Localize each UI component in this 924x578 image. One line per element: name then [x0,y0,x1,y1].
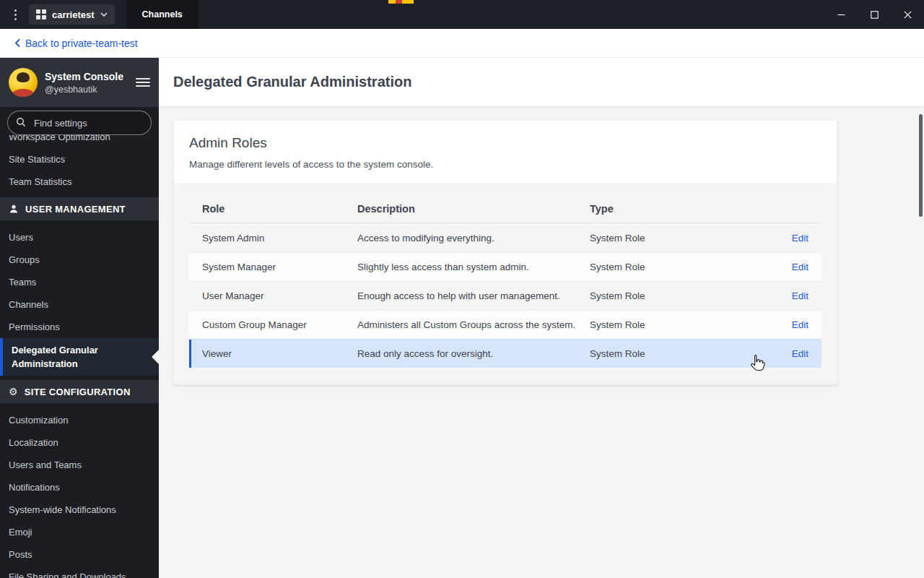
sidebar-item-permissions[interactable]: Permissions [0,316,159,338]
card-subtitle: Manage different levels of access to the… [189,159,821,170]
sidebar-item-groups[interactable]: Groups [0,249,159,271]
role-cell: Custom Group Manager [202,319,357,330]
type-cell: System Role [590,233,771,243]
role-cell: System Admin [202,233,357,243]
role-cell: System Manager [202,262,357,272]
content-area: Admin Roles Manage different levels of a… [159,107,924,578]
user-management-icon [9,204,19,214]
back-link[interactable]: Back to private-team-test [14,38,138,49]
table-row-system-manager: System Manager Slightly less access than… [189,252,821,281]
sidebar-item-users-and-teams[interactable]: Users and Teams [0,454,159,476]
sidebar-section-label: USER MANAGEMENT [25,204,126,215]
description-cell: Enough access to help with user manageme… [357,290,590,301]
column-header-type: Type [590,203,771,215]
table-row-user-manager: User Manager Enough access to help with … [189,281,821,310]
search-icon [16,117,26,127]
table-row-custom-group-manager: Custom Group Manager Administers all Cus… [189,310,821,339]
table-row-system-admin: System Admin Access to modifying everyth… [189,223,821,252]
type-cell: System Role [590,319,771,330]
description-cell: Administers all Custom Groups across the… [357,319,590,330]
close-button[interactable] [891,0,924,29]
sidebar-item-channels[interactable]: Channels [0,293,159,316]
minimize-icon [837,11,845,19]
sidebar-menu: Workspace Optimization Site Statistics T… [0,135,159,578]
sidebar-section-label: SITE CONFIGURATION [25,387,131,397]
sidebar-header: System Console @yesbhautik [0,58,159,107]
admin-roles-card: Admin Roles Manage different levels of a… [173,120,837,385]
edit-link[interactable]: Edit [771,233,808,243]
back-link-label: Back to private-team-test [25,38,138,49]
titlebar-accent-decoration [388,0,414,4]
tab-channels-label: Channels [142,9,183,20]
description-cell: Read only access for oversight. [357,348,590,359]
column-header-role: Role [202,203,357,215]
description-cell: Access to modifying everything. [357,233,590,243]
sidebar-title: System Console [45,71,128,82]
sidebar-item-workspace-optimization[interactable]: Workspace Optimization [0,135,159,148]
card-title: Admin Roles [189,135,821,151]
sidebar-search [0,107,159,135]
sidebar-section-user-management: USER MANAGEMENT [0,197,159,220]
tab-channels[interactable]: Channels [126,0,199,29]
app-body: System Console @yesbhautik Workspace Opt… [0,58,924,578]
edit-link[interactable]: Edit [771,290,808,301]
page-header: Delegated Granular Administration [159,58,924,107]
minimize-button[interactable] [824,0,858,29]
maximize-icon [871,11,879,19]
edit-link[interactable]: Edit [771,319,808,330]
hamburger-menu-icon[interactable] [136,78,150,87]
avatar [9,68,38,97]
sidebar-item-delegated-granular-administration[interactable]: Delegated Granular Administration [0,338,159,376]
sidebar-item-system-wide-notifications[interactable]: System-wide Notifications [0,499,159,521]
back-bar: Back to private-team-test [0,29,924,58]
maximize-button[interactable] [858,0,891,29]
vertical-scrollbar[interactable] [919,114,923,217]
chevron-down-icon [100,12,108,17]
team-name-label: carrietest [52,9,95,20]
edit-link[interactable]: Edit [771,262,808,272]
table-row-viewer: Viewer Read only access for oversight. S… [189,339,821,368]
team-selector-button[interactable]: carrietest [29,4,115,25]
sidebar-item-users[interactable]: Users [0,226,159,249]
chevron-left-icon [14,38,21,48]
sidebar-item-emoji[interactable]: Emoji [0,521,159,543]
card-header: Admin Roles Manage different levels of a… [174,121,837,183]
system-console-sidebar: System Console @yesbhautik Workspace Opt… [0,58,159,578]
sidebar-item-posts[interactable]: Posts [0,543,159,566]
sidebar-item-localization[interactable]: Localization [0,431,159,454]
sidebar-item-team-statistics[interactable]: Team Statistics [0,171,159,193]
admin-roles-table: Role Description Type System Admin Acces… [174,183,837,384]
main-content: Delegated Granular Administration Admin … [159,58,924,578]
table-header-row: Role Description Type [189,194,821,223]
page-title: Delegated Granular Administration [173,74,411,90]
sidebar-username: @yesbhautik [45,85,128,95]
type-cell: System Role [590,262,771,272]
server-grid-icon [36,9,46,20]
sidebar-item-teams[interactable]: Teams [0,271,159,293]
type-cell: System Role [590,290,771,301]
role-cell: User Manager [202,290,357,301]
description-cell: Slightly less access than system admin. [357,262,590,272]
close-icon [904,11,912,19]
sidebar-identity: System Console @yesbhautik [45,71,128,95]
sidebar-item-site-statistics[interactable]: Site Statistics [0,148,159,171]
sidebar-item-notifications[interactable]: Notifications [0,476,159,499]
titlebar: carrietest Channels [0,0,924,29]
column-header-description: Description [357,203,590,215]
window-controls [824,0,924,29]
gear-icon: ⚙ [9,387,18,397]
sidebar-section-site-configuration: ⚙ SITE CONFIGURATION [0,380,159,403]
app-menu-icon[interactable] [6,0,25,29]
type-cell: System Role [590,348,771,359]
search-input[interactable] [7,111,152,135]
sidebar-item-customization[interactable]: Customization [0,409,159,431]
sidebar-item-file-sharing-and-downloads[interactable]: File Sharing and Downloads [0,566,159,578]
role-cell: Viewer [202,348,357,359]
edit-link[interactable]: Edit [771,348,808,359]
